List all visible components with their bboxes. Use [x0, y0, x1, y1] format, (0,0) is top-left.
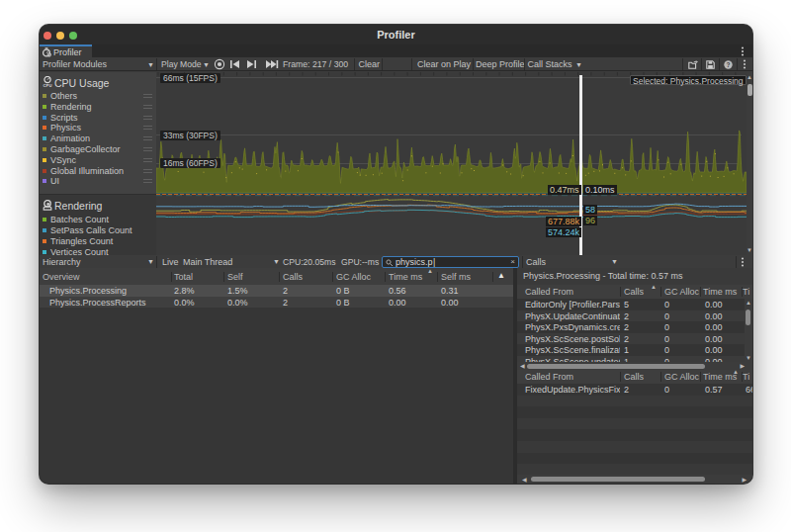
svg-text:CPU: CPU: [44, 82, 52, 86]
svg-text:?: ?: [726, 61, 730, 68]
